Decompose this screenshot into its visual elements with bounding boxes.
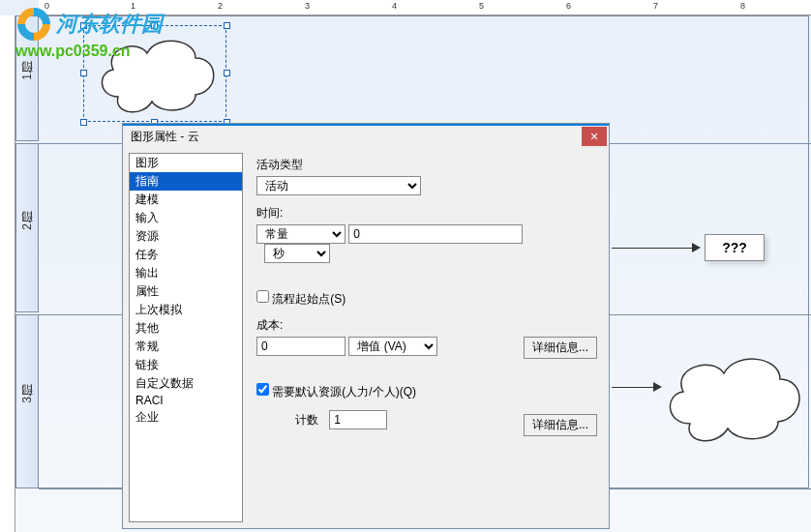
activity-type-label: 活动类型 (256, 157, 597, 173)
sidebar-item-general[interactable]: 常规 (130, 338, 242, 356)
default-resource-checkbox[interactable]: 需要默认资源(人力/个人)(Q) (256, 383, 597, 400)
activity-type-select[interactable]: 活动 (256, 176, 421, 195)
sidebar-item-enterprise[interactable]: 企业 (130, 408, 242, 427)
vertical-ruler (0, 15, 15, 532)
sidebar-item-lastsim[interactable]: 上次模拟 (130, 301, 242, 319)
swimlane-header-2[interactable]: 部门 2 (15, 143, 39, 312)
sidebar-item-guide[interactable]: 指南 (130, 172, 242, 191)
cost-value-input[interactable] (256, 337, 345, 356)
time-value-input[interactable] (348, 224, 523, 244)
cloud-shape-2[interactable] (656, 346, 806, 448)
dialog-title: 图形属性 - 云 (131, 129, 199, 145)
time-unit-select[interactable]: 秒 (264, 244, 330, 263)
sidebar-item-model[interactable]: 建模 (130, 191, 242, 209)
question-node[interactable]: ??? (705, 234, 765, 261)
sidebar-item-property[interactable]: 属性 (130, 282, 242, 301)
swimlane-header-1[interactable]: 部门 1 (15, 15, 39, 141)
dialog-titlebar[interactable]: 图形属性 - 云 × (123, 124, 609, 147)
detail-button-2[interactable]: 详细信息... (524, 414, 597, 436)
sidebar-item-raci[interactable]: RACI (130, 393, 242, 408)
cost-label: 成本: (256, 317, 597, 334)
sidebar-item-resource[interactable]: 资源 (130, 227, 242, 246)
sidebar-item-customdata[interactable]: 自定义数据 (130, 374, 242, 393)
horizontal-ruler: 0 1 2 3 4 5 6 7 8 (39, 0, 811, 15)
cost-type-select[interactable]: 增值 (VA) (348, 337, 437, 356)
cloud-shape-selected[interactable] (89, 29, 221, 118)
time-label: 时间: (256, 205, 597, 222)
properties-form: 活动类型 活动 时间: 常量 秒 流程起始点(S) (251, 153, 603, 522)
time-type-select[interactable]: 常量 (256, 224, 345, 244)
start-point-checkbox[interactable]: 流程起始点(S) (256, 290, 597, 308)
detail-button-1[interactable]: 详细信息... (524, 337, 597, 359)
sidebar-item-link[interactable]: 链接 (130, 356, 242, 374)
category-list[interactable]: 图形 指南 建模 输入 资源 任务 输出 属性 上次模拟 其他 常规 链接 自定… (129, 153, 243, 522)
count-label: 计数 (295, 413, 318, 427)
sidebar-item-other[interactable]: 其他 (130, 319, 242, 338)
sidebar-item-task[interactable]: 任务 (130, 246, 242, 264)
sidebar-item-output[interactable]: 输出 (130, 264, 242, 282)
count-input[interactable] (329, 410, 387, 429)
shape-properties-dialog: 图形属性 - 云 × 图形 指南 建模 输入 资源 任务 输出 属性 上次模拟 … (122, 123, 610, 529)
sidebar-item-shape[interactable]: 图形 (130, 154, 242, 172)
swimlane-header-3[interactable]: 部门 3 (15, 314, 39, 488)
sidebar-item-input[interactable]: 输入 (130, 209, 242, 227)
close-button[interactable]: × (582, 127, 607, 146)
